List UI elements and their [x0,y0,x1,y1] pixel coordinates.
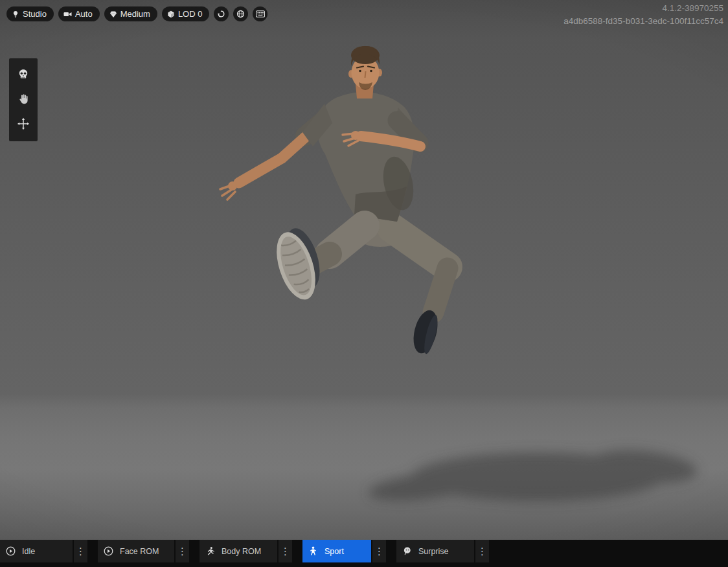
top-toolbar: Studio Auto Medium LOD 0 [6,6,267,21]
clip-face-rom-button[interactable]: Face ROM [98,540,174,562]
character-model [191,38,470,362]
hand-icon [17,93,30,108]
running-person-icon [205,546,215,556]
skull-icon [17,68,30,83]
clip-body-rom-label: Body ROM [222,547,261,556]
standing-person-icon [308,546,318,556]
app-window: Studio Auto Medium LOD 0 [0,0,728,567]
camera-mode-label: Auto [75,9,93,19]
clip-body-rom: Body ROM ⋮ [199,540,292,562]
viewport-3d[interactable] [0,0,728,540]
clip-body-rom-button[interactable]: Body ROM [199,540,277,562]
gem-icon [109,10,117,18]
clip-sport-menu-button[interactable]: ⋮ [372,540,386,562]
clip-sport-label: Sport [324,547,344,556]
environment-sphere-icon [236,10,245,18]
quality-label: Medium [120,9,150,19]
animation-clip-bar: Idle ⋮ Face ROM ⋮ Body ROM ⋮ [0,540,728,567]
head-tool-button[interactable] [9,64,38,87]
turntable-icon [217,10,225,18]
clip-idle-label: Idle [22,547,35,556]
clip-idle-menu-button[interactable]: ⋮ [74,540,87,562]
environment-label: Studio [23,9,47,19]
clip-face-rom-label: Face ROM [120,547,159,556]
environment-button[interactable]: Studio [6,6,54,21]
clip-surprise: Surprise ⋮ [396,540,489,562]
lod-button[interactable]: LOD 0 [162,6,210,21]
environment-sphere-button[interactable] [233,6,248,21]
asset-id: a4db6588-fd35-b031-3edc-100f11cc57c4 [563,15,723,28]
clip-body-rom-menu-button[interactable]: ⋮ [279,540,292,562]
build-metadata: 4.1.2-38970255 a4db6588-fd35-b031-3edc-1… [563,2,723,29]
clip-face-rom: Face ROM ⋮ [98,540,189,562]
clip-sport-button[interactable]: Sport [302,540,371,562]
clip-face-rom-menu-button[interactable]: ⋮ [176,540,189,562]
move-icon [17,117,30,132]
clip-surprise-menu-button[interactable]: ⋮ [475,540,489,562]
character-shadow [350,433,712,524]
viewport-tool-panel [9,58,38,141]
face-icon [402,546,412,556]
lod-label: LOD 0 [178,9,203,19]
clip-idle: Idle ⋮ [0,540,87,562]
turntable-button[interactable] [214,6,229,21]
lightbulb-icon [12,10,19,18]
clip-surprise-button[interactable]: Surprise [396,540,474,562]
keyboard-shortcuts-button[interactable] [253,6,267,21]
clip-idle-button[interactable]: Idle [0,540,73,562]
build-version: 4.1.2-38970255 [563,2,723,15]
play-circle-icon [104,546,113,556]
clip-surprise-label: Surprise [418,547,449,556]
clip-sport: Sport ⋮ [302,540,386,562]
quality-button[interactable]: Medium [104,6,157,21]
hand-tool-button[interactable] [9,88,38,111]
move-tool-button[interactable] [9,113,38,136]
camera-mode-button[interactable]: Auto [58,6,100,21]
camera-icon [63,10,72,18]
keyboard-icon [256,10,265,17]
lod-cube-icon [167,10,175,18]
play-circle-icon [6,546,16,556]
